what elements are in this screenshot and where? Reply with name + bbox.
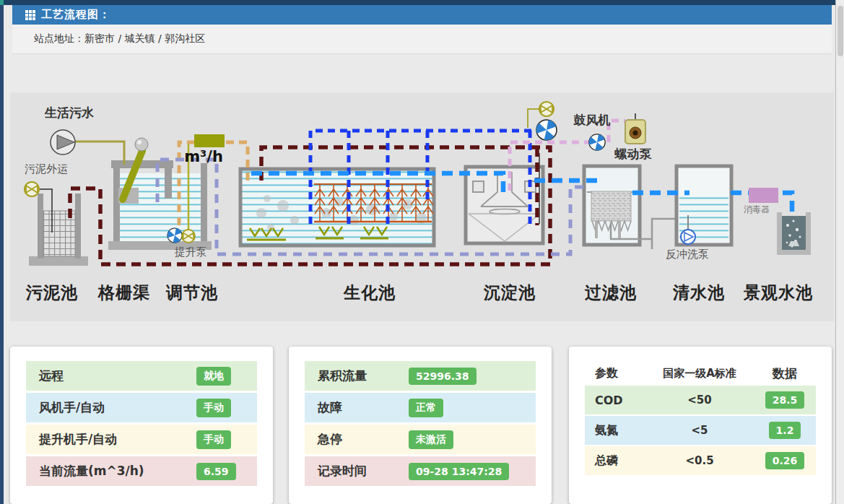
dosing-device-icon [625, 113, 645, 144]
row-label: 提升机手/自动 [39, 431, 196, 448]
landscape-pool [777, 212, 811, 255]
param-standard: <50 [645, 394, 754, 407]
status-badge: 就地 [196, 367, 231, 386]
screw-pump-fan-icon [589, 134, 605, 150]
status-row-record-time: 记录时间 09-28 13:47:28 [305, 456, 536, 486]
quality-row-ammonia: 氨氮 <5 1.2 [585, 416, 816, 445]
sludge-out-label: 污泥外运 [25, 162, 68, 175]
tank-label-sludge: 污泥池 [25, 283, 78, 302]
scrollbar-thumb[interactable] [838, 6, 843, 56]
quality-header-data: 数据 [754, 365, 816, 382]
water-quality-panel: 参数 国家一级A标准 数据 COD <50 28.5 氨氮 <5 1.2 总磷 … [569, 347, 832, 504]
status-row-lift-mode: 提升机手/自动 手动 [26, 425, 257, 454]
param-name: 总磷 [585, 453, 645, 469]
status-badge: 6.59 [196, 463, 236, 480]
device-status-panel: 累积流量 52996.38 故障 正常 急停 未激活 记录时间 09-28 13… [289, 347, 552, 504]
status-badge: 09-28 13:47:28 [409, 463, 509, 480]
disinfector-box [749, 188, 778, 203]
param-name: 氨氮 [585, 423, 645, 438]
row-label: 急停 [318, 431, 409, 448]
filter-media [591, 191, 631, 221]
blower-valve-icon [539, 102, 554, 116]
vertical-scrollbar[interactable] [835, 0, 844, 504]
row-label: 故障 [318, 399, 409, 416]
status-badge: 52996.38 [409, 368, 477, 385]
quality-row-phosphorus: 总磷 <0.5 0.26 [585, 446, 816, 475]
tank-label-biochemical: 生化池 [343, 283, 396, 302]
process-flow-svg: 生活污水 污泥外运 m³/h 提升泵 鼓风机 螺动泵 反冲洗泵 消毒器 污泥池 … [10, 92, 834, 321]
row-label: 风机手/自动 [39, 399, 196, 416]
tank-label-clear-water: 清水池 [672, 283, 725, 302]
status-row-current-flow: 当前流量(m^3/h) 6.59 [26, 456, 257, 486]
param-standard: <5 [645, 424, 754, 437]
status-badge: 未激活 [409, 430, 453, 449]
sewage-pump-icon [51, 130, 75, 155]
status-badge: 正常 [409, 399, 443, 417]
breadcrumb: 站点地址：新密市 / 城关镇 / 郭沟社区 [12, 25, 832, 54]
status-badge: 手动 [196, 399, 231, 417]
tank-label-sedimentation: 沉淀池 [483, 283, 536, 302]
breadcrumb-text: 站点地址：新密市 / 城关镇 / 郭沟社区 [34, 32, 205, 45]
row-label: 远程 [39, 368, 196, 384]
backwash-pump-label: 反冲洗泵 [666, 248, 709, 261]
page-header: 工艺流程图： [12, 5, 832, 25]
flow-unit-label: m³/h [184, 148, 223, 165]
status-badge: 手动 [196, 430, 231, 449]
blower-label: 鼓风机 [573, 113, 611, 127]
tank-label-grid-channel: 格栅渠 [97, 283, 150, 302]
top-strip [4, 0, 835, 5]
lift-pump-label: 提升泵 [175, 246, 207, 258]
left-border [0, 0, 4, 504]
flow-meter [194, 134, 225, 147]
status-row-estop: 急停 未激活 [305, 425, 536, 454]
param-value-badge: 0.26 [765, 452, 805, 469]
tank-label-landscape: 景观水池 [743, 283, 813, 302]
quality-header-row: 参数 国家一级A标准 数据 [585, 361, 816, 386]
grid-icon [25, 10, 35, 20]
clear-water-tank [676, 166, 731, 245]
backwash-pump-icon [681, 230, 695, 244]
status-row-fan-mode: 风机手/自动 手动 [26, 393, 257, 422]
blower-fan-icon [536, 120, 557, 140]
control-status-panel: 远程 就地 风机手/自动 手动 提升机手/自动 手动 当前流量(m^3/h) 6… [10, 347, 273, 504]
row-label: 累积流量 [318, 368, 409, 384]
lift-pump-valve-icon [182, 230, 195, 243]
status-row-fault: 故障 正常 [305, 393, 536, 422]
status-row-total-flow: 累积流量 52996.38 [305, 361, 536, 391]
quality-header-param: 参数 [585, 366, 645, 381]
screw-pump-label: 螺动泵 [614, 147, 653, 161]
process-flow-diagram: 生活污水 污泥外运 m³/h 提升泵 鼓风机 螺动泵 反冲洗泵 消毒器 污泥池 … [10, 92, 834, 321]
lift-pump-fan-icon [168, 228, 182, 243]
sludge-valve-icon [25, 182, 39, 196]
status-row-remote: 远程 就地 [26, 361, 257, 391]
quality-header-standard: 国家一级A标准 [645, 367, 754, 381]
filter-tank [584, 166, 675, 249]
disinfector-label: 消毒器 [744, 204, 770, 214]
row-label: 当前流量(m^3/h) [39, 463, 196, 479]
sewage-inlet-label: 生活污水 [44, 105, 95, 120]
param-value-badge: 28.5 [765, 391, 805, 409]
row-label: 记录时间 [318, 463, 409, 479]
biochemical-tank [240, 169, 434, 246]
quality-row-cod: COD <50 28.5 [585, 386, 816, 414]
page-title: 工艺流程图： [41, 8, 110, 22]
param-value-badge: 1.2 [769, 422, 801, 439]
param-name: COD [585, 394, 645, 407]
tank-label-regulating: 调节池 [165, 283, 218, 302]
param-standard: <0.5 [645, 454, 754, 467]
tank-label-filter: 过滤池 [585, 283, 637, 302]
sludge-tank [29, 194, 88, 266]
